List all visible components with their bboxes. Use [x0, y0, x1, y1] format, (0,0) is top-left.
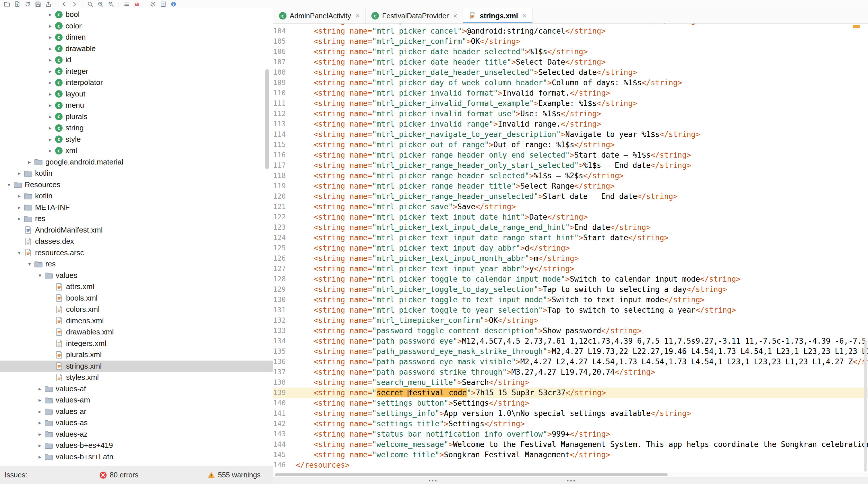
- chevron-right-icon[interactable]: ▸: [45, 34, 55, 40]
- chevron-right-icon[interactable]: ▸: [25, 159, 34, 165]
- tree-item-res[interactable]: ▸res: [0, 213, 273, 224]
- tab-strings.xml[interactable]: strings.xml×: [463, 8, 533, 23]
- tree-item-plurals.xml[interactable]: plurals.xml: [0, 349, 273, 361]
- code-line-107[interactable]: 107 <string name="mtrl_picker_date_heade…: [273, 57, 868, 67]
- chevron-right-icon[interactable]: ▸: [45, 125, 55, 131]
- code-editor[interactable]: 103 <string name="mtrl_picker_announce_c…: [273, 24, 868, 473]
- tree-item-plurals[interactable]: ▸cplurals: [0, 111, 273, 123]
- code-line-143[interactable]: 143 <string name="status_bar_notificatio…: [273, 429, 868, 439]
- code-line-146[interactable]: 146</resources>: [273, 460, 868, 470]
- preferences-button[interactable]: [149, 1, 157, 7]
- tree-item-values-am[interactable]: ▸values-am: [0, 394, 273, 406]
- chevron-right-icon[interactable]: ▸: [45, 68, 55, 74]
- tree-item-AndroidManifest.xml[interactable]: AndroidManifest.xml: [0, 224, 273, 236]
- tree-item-values-ar[interactable]: ▸values-ar: [0, 406, 273, 417]
- tree-item-menu[interactable]: ▸cmenu: [0, 100, 273, 111]
- code-line-111[interactable]: 111 <string name="mtrl_picker_invalid_fo…: [273, 98, 868, 109]
- tab-FestivalDataProvider[interactable]: cFestivalDataProvider×: [366, 8, 463, 23]
- tree-item-drawables.xml[interactable]: drawables.xml: [0, 326, 273, 338]
- code-line-125[interactable]: 125 <string name="mtrl_picker_text_input…: [273, 243, 868, 253]
- save-all-button[interactable]: [34, 1, 42, 7]
- tree-item-integers.xml[interactable]: integers.xml: [0, 338, 273, 350]
- code-line-138[interactable]: 138 <string name="search_menu_title">Sea…: [273, 377, 868, 388]
- chevron-right-icon[interactable]: ▸: [35, 454, 45, 460]
- error-stripe-mark[interactable]: [853, 25, 860, 28]
- export-button[interactable]: [44, 1, 52, 7]
- tree-item-dimen[interactable]: ▸cdimen: [0, 32, 273, 43]
- code-line-142[interactable]: 142 <string name="settings_title">Settin…: [273, 419, 868, 429]
- errors-status[interactable]: 80 errors: [99, 471, 138, 479]
- chevron-right-icon[interactable]: ▸: [45, 57, 55, 63]
- code-line-116[interactable]: 116 <string name="mtrl_picker_range_head…: [273, 150, 868, 160]
- tree-item-META-INF[interactable]: ▸META-INF: [0, 202, 273, 213]
- text-search-button[interactable]: [86, 1, 94, 7]
- chevron-down-icon[interactable]: ▾: [35, 272, 45, 279]
- chevron-right-icon[interactable]: ▸: [45, 136, 55, 143]
- open-file-button[interactable]: [3, 1, 11, 7]
- log-viewer-button[interactable]: [159, 1, 167, 7]
- tree-item-bool[interactable]: ▸cbool: [0, 9, 273, 20]
- tree-item-attrs.xml[interactable]: attrs.xml: [0, 281, 273, 293]
- tab-close-icon[interactable]: ×: [522, 11, 527, 20]
- code-line-126[interactable]: 126 <string name="mtrl_picker_text_input…: [273, 253, 868, 264]
- chevron-right-icon[interactable]: ▸: [35, 386, 45, 392]
- tree-item-color[interactable]: ▸ccolor: [0, 20, 273, 32]
- code-line-117[interactable]: 117 <string name="mtrl_picker_range_head…: [273, 160, 868, 171]
- chevron-right-icon[interactable]: ▸: [35, 397, 45, 403]
- code-line-127[interactable]: 127 <string name="mtrl_picker_text_input…: [273, 264, 868, 274]
- tree-item-values-az[interactable]: ▸values-az: [0, 429, 273, 440]
- code-line-130[interactable]: 130 <string name="mtrl_picker_toggle_to_…: [273, 295, 868, 305]
- code-line-121[interactable]: 121 <string name="mtrl_picker_save">Save…: [273, 202, 868, 212]
- code-line-118[interactable]: 118 <string name="mtrl_picker_range_head…: [273, 171, 868, 181]
- editor-horizontal-scrollbar-thumb[interactable]: [275, 473, 668, 476]
- chevron-right-icon[interactable]: ▸: [14, 215, 24, 222]
- chevron-right-icon[interactable]: ▸: [14, 170, 24, 177]
- chevron-right-icon[interactable]: ▸: [45, 147, 55, 154]
- chevron-right-icon[interactable]: ▸: [35, 431, 45, 437]
- tree-item-interpolator[interactable]: ▸cinterpolator: [0, 77, 273, 88]
- code-line-136[interactable]: 136 <string name="path_password_eye_mask…: [273, 357, 868, 367]
- chevron-right-icon[interactable]: ▸: [45, 46, 55, 52]
- tree-item-strings.xml[interactable]: strings.xml: [0, 361, 273, 372]
- chevron-right-icon[interactable]: ▸: [45, 113, 55, 120]
- code-line-134[interactable]: 134 <string name="path_password_eye">M12…: [273, 336, 868, 346]
- code-line-104[interactable]: 104 <string name="mtrl_picker_cancel">@a…: [273, 26, 868, 36]
- tree-item-res[interactable]: ▾res: [0, 259, 273, 270]
- code-line-131[interactable]: 131 <string name="mtrl_picker_toggle_to_…: [273, 305, 868, 315]
- code-line-144[interactable]: 144 <string name="welcome_message">Welco…: [273, 439, 868, 450]
- chevron-right-icon[interactable]: ▸: [35, 419, 45, 426]
- editor-vertical-scrollbar[interactable]: [864, 340, 867, 472]
- tree-item-layout[interactable]: ▸clayout: [0, 88, 273, 100]
- comment-search-button[interactable]: [107, 1, 115, 7]
- tree-item-kotlin[interactable]: ▸kotlin: [0, 168, 273, 179]
- tree-item-styles.xml[interactable]: styles.xml: [0, 372, 273, 383]
- chevron-right-icon[interactable]: ▸: [45, 102, 55, 109]
- code-line-103[interactable]: 103 <string name="mtrl_picker_announce_c…: [273, 24, 868, 26]
- tree-item-values-af[interactable]: ▸values-af: [0, 383, 273, 395]
- tree-item-values-b+es+419[interactable]: ▸values-b+es+419: [0, 440, 273, 451]
- chevron-down-icon[interactable]: ▾: [4, 181, 14, 188]
- chevron-right-icon[interactable]: ▸: [45, 79, 55, 86]
- chevron-right-icon[interactable]: ▸: [14, 204, 24, 211]
- tree-item-xml[interactable]: ▸cxml: [0, 145, 273, 156]
- tree-item-kotlin[interactable]: ▸kotlin: [0, 190, 273, 202]
- forward-button[interactable]: [70, 1, 79, 7]
- code-line-132[interactable]: 132 <string name="mtrl_timepicker_confir…: [273, 315, 868, 326]
- code-line-112[interactable]: 112 <string name="mtrl_picker_invalid_fo…: [273, 109, 868, 119]
- back-button[interactable]: [60, 1, 68, 7]
- code-line-133[interactable]: 133 <string name="password_toggle_conten…: [273, 326, 868, 336]
- tree-item-string[interactable]: ▸cstring: [0, 122, 273, 134]
- code-line-139[interactable]: 139 <string name="secret_festival_code">…: [273, 388, 868, 398]
- tree-item-bools.xml[interactable]: bools.xml: [0, 293, 273, 304]
- code-line-137[interactable]: 137 <string name="path_password_strike_t…: [273, 367, 868, 377]
- code-line-128[interactable]: 128 <string name="mtrl_picker_toggle_to_…: [273, 274, 868, 284]
- tree-item-values-b+sr+Latn[interactable]: ▸values-b+sr+Latn: [0, 451, 273, 463]
- code-line-122[interactable]: 122 <string name="mtrl_picker_text_input…: [273, 212, 868, 222]
- class-search-button[interactable]: [96, 1, 104, 7]
- add-files-button[interactable]: [13, 1, 21, 7]
- code-line-140[interactable]: 140 <string name="settings_button">Setti…: [273, 398, 868, 408]
- code-line-105[interactable]: 105 <string name="mtrl_picker_confirm">O…: [273, 36, 868, 47]
- tab-close-icon[interactable]: ×: [453, 11, 457, 20]
- code-line-123[interactable]: 123 <string name="mtrl_picker_text_input…: [273, 222, 868, 233]
- code-line-120[interactable]: 120 <string name="mtrl_picker_range_head…: [273, 191, 868, 202]
